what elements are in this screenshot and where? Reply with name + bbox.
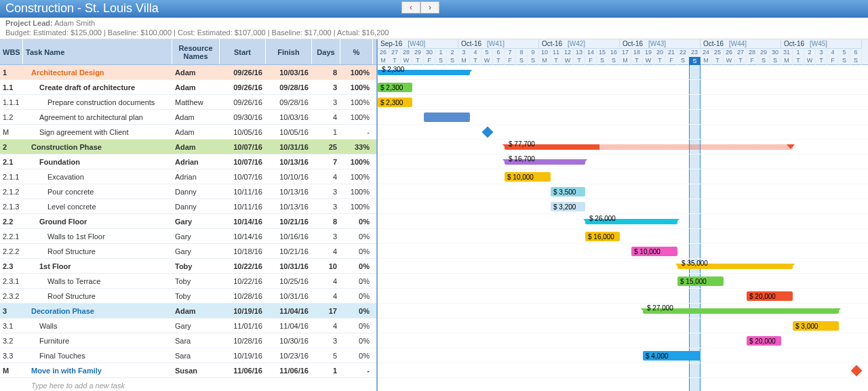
gantt-row[interactable]: $ 26,000 xyxy=(378,214,868,229)
cell[interactable]: 10/21/16 xyxy=(266,218,312,226)
cell[interactable]: Pour concrete xyxy=(23,188,172,196)
gantt-row[interactable]: $ 10,000 xyxy=(378,169,868,184)
gantt-row[interactable]: $ 20,000 xyxy=(378,289,868,304)
cell[interactable]: 10/05/16 xyxy=(266,128,312,136)
gantt-row[interactable]: $ 16,000 xyxy=(378,229,868,244)
cell[interactable]: Construction Phase xyxy=(23,143,172,151)
cell[interactable]: Adrian xyxy=(172,158,220,166)
cell[interactable]: 0% xyxy=(340,352,373,360)
cell[interactable]: Danny xyxy=(172,188,220,196)
table-row[interactable]: 1.1.1Prepare construction documentsMatth… xyxy=(0,95,376,110)
cell[interactable]: 0% xyxy=(340,292,373,300)
cell[interactable]: 100% xyxy=(340,83,373,91)
new-task-row[interactable]: Type here to add a new task xyxy=(0,378,376,391)
milestone-icon[interactable] xyxy=(851,365,863,377)
gantt-row[interactable] xyxy=(378,125,868,140)
cell[interactable]: 3 xyxy=(0,307,23,315)
new-task-placeholder[interactable]: Type here to add a new task xyxy=(23,382,172,390)
cell[interactable]: 2.3 xyxy=(0,262,23,270)
table-row[interactable]: 2.3.1Walls to TerraceToby10/22/1610/25/1… xyxy=(0,274,376,289)
cell[interactable]: 10/19/16 xyxy=(220,352,266,360)
cell[interactable]: 1.1 xyxy=(0,83,23,91)
cell[interactable]: 09/30/16 xyxy=(220,113,266,121)
task-bar[interactable] xyxy=(424,112,470,122)
cell[interactable]: 10/07/16 xyxy=(220,173,266,181)
cell[interactable]: 100% xyxy=(340,203,373,211)
gantt-row[interactable]: $ 2,300 xyxy=(378,65,868,80)
cell[interactable]: Gary xyxy=(172,247,220,255)
cell[interactable]: 09/26/16 xyxy=(220,98,266,106)
task-bar[interactable]: $ 3,500 xyxy=(551,187,585,197)
cell[interactable]: 0% xyxy=(340,262,373,270)
cell[interactable]: Gary xyxy=(172,218,220,226)
cell[interactable]: 4 xyxy=(312,277,340,285)
cell[interactable]: 10/21/16 xyxy=(266,247,312,255)
cell[interactable]: - xyxy=(340,128,373,136)
cell[interactable]: Sign agreement with Client xyxy=(23,128,172,136)
gantt-row[interactable]: $ 20,000 xyxy=(378,333,868,348)
cell[interactable]: 11/04/16 xyxy=(266,322,312,330)
cell[interactable]: 11/04/16 xyxy=(266,307,312,315)
gantt-row[interactable]: $ 10,000 xyxy=(378,244,868,259)
cell[interactable]: Adam xyxy=(172,83,220,91)
cell[interactable]: 4 xyxy=(312,322,340,330)
gantt-row[interactable]: $ 15,000 xyxy=(378,274,868,289)
cell[interactable]: Walls xyxy=(23,322,172,330)
col-days[interactable]: Days xyxy=(312,39,340,64)
gantt-row[interactable] xyxy=(378,110,868,125)
summary-bar[interactable]: $ 26,000 xyxy=(585,219,677,224)
cell[interactable]: 10/11/16 xyxy=(220,188,266,196)
cell[interactable]: Gary xyxy=(172,322,220,330)
table-row[interactable]: 3.3Final TouchesSara10/19/1610/23/1650% xyxy=(0,348,376,363)
cell[interactable]: 09/26/16 xyxy=(220,83,266,91)
table-row[interactable]: 2.2Ground FloorGary10/14/1610/21/1680% xyxy=(0,214,376,229)
summary-bar[interactable]: $ 77,700 xyxy=(505,144,793,150)
table-row[interactable]: 1Architectural DesignAdam09/26/1610/03/1… xyxy=(0,65,376,80)
task-bar[interactable]: $ 2,300 xyxy=(378,98,412,107)
cell[interactable]: Adam xyxy=(172,113,220,121)
cell[interactable]: 100% xyxy=(340,68,373,77)
cell[interactable]: Level concrete xyxy=(23,203,172,211)
cell[interactable]: 10/30/16 xyxy=(266,337,312,345)
summary-bar[interactable]: $ 27,000 xyxy=(643,308,839,314)
cell[interactable]: 10/07/16 xyxy=(220,158,266,166)
gantt-row[interactable]: $ 3,200 xyxy=(378,199,868,214)
gantt-row[interactable]: $ 3,500 xyxy=(378,184,868,199)
table-row[interactable]: 2.1.3Level concreteDanny10/11/1610/13/16… xyxy=(0,199,376,214)
cell[interactable]: 3 xyxy=(312,203,340,211)
cell[interactable]: Excavation xyxy=(23,173,172,181)
summary-bar[interactable]: $ 16,700 xyxy=(505,159,585,165)
cell[interactable]: 10/19/16 xyxy=(220,307,266,315)
cell[interactable]: 2.2.2 xyxy=(0,247,23,255)
table-row[interactable]: 3.1WallsGary11/01/1611/04/1640% xyxy=(0,318,376,333)
table-row[interactable]: 2.3.2Roof StructureToby10/28/1610/31/164… xyxy=(0,289,376,304)
cell[interactable]: 3 xyxy=(312,337,340,345)
cell[interactable]: M xyxy=(0,367,23,375)
cell[interactable]: 2.1.2 xyxy=(0,188,23,196)
cell[interactable]: Matthew xyxy=(172,98,220,106)
cell[interactable]: 100% xyxy=(340,158,373,166)
table-row[interactable]: 2.2.2Roof StructureGary10/18/1610/21/164… xyxy=(0,244,376,259)
cell[interactable]: Toby xyxy=(172,292,220,300)
cell[interactable]: 09/28/16 xyxy=(266,98,312,106)
table-row[interactable]: 2.1FoundationAdrian10/07/1610/13/167100% xyxy=(0,155,376,169)
cell[interactable]: M xyxy=(0,128,23,136)
cell[interactable]: Adam xyxy=(172,307,220,315)
cell[interactable]: 0% xyxy=(340,218,373,226)
cell[interactable]: 25 xyxy=(312,143,340,151)
cell[interactable]: 10/16/16 xyxy=(266,232,312,241)
gantt-row[interactable]: $ 4,000 xyxy=(378,348,868,363)
cell[interactable]: 100% xyxy=(340,113,373,121)
cell[interactable]: 3 xyxy=(312,232,340,241)
cell[interactable]: 3.3 xyxy=(0,352,23,360)
cell[interactable]: Foundation xyxy=(23,158,172,166)
cell[interactable]: Adrian xyxy=(172,173,220,181)
cell[interactable]: Sara xyxy=(172,352,220,360)
cell[interactable]: 2.3.1 xyxy=(0,277,23,285)
task-bar[interactable]: $ 3,000 xyxy=(793,321,839,331)
cell[interactable]: 100% xyxy=(340,98,373,106)
cell[interactable]: Roof Structure xyxy=(23,247,172,255)
summary-bar[interactable]: $ 2,300 xyxy=(378,70,470,75)
col-res[interactable]: Resource Names xyxy=(172,39,220,64)
cell[interactable]: 3 xyxy=(312,98,340,106)
